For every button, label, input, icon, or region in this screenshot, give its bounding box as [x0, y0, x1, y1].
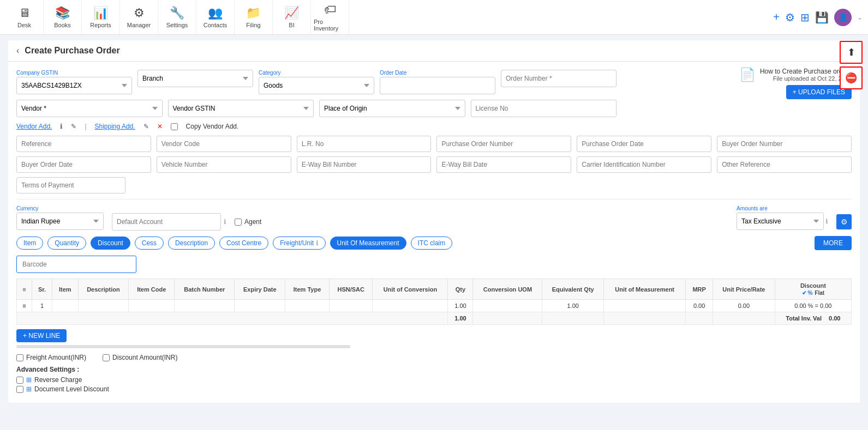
- discount-amount-label[interactable]: Discount Amount(INR): [103, 354, 177, 361]
- nav-item-settings[interactable]: 🔧 Settings: [158, 0, 196, 34]
- cell-conversion-uom[interactable]: [473, 300, 542, 312]
- po-number-input[interactable]: [436, 136, 571, 152]
- freight-amount-checkbox[interactable]: [16, 354, 23, 361]
- grid-button[interactable]: ⊞: [800, 11, 810, 24]
- edit-icon-vendor[interactable]: ✎: [71, 123, 76, 130]
- reference-input[interactable]: [16, 136, 151, 152]
- vendor-gstin-select[interactable]: Vendor GSTIN: [168, 100, 314, 117]
- nav-label-reports: Reports: [90, 22, 111, 28]
- nav-item-pro-inventory[interactable]: 🏷 Pro Inventory: [311, 0, 349, 34]
- cell-item-type[interactable]: [285, 300, 330, 312]
- cell-expiry-date[interactable]: [235, 300, 285, 312]
- place-of-origin-select[interactable]: Place of Origin: [319, 100, 465, 117]
- barcode-input[interactable]: [16, 256, 136, 273]
- buyer-order-number-input[interactable]: [717, 136, 852, 152]
- th-unit-of-conversion: Unit of Conversion: [373, 279, 448, 300]
- tag-unit-of-measurement[interactable]: Unit Of Measurement: [330, 237, 406, 250]
- category-select[interactable]: Goods: [259, 77, 374, 94]
- order-number-input[interactable]: [501, 70, 616, 87]
- discount-amount-checkbox[interactable]: [103, 354, 110, 361]
- lr-no-input[interactable]: [297, 136, 432, 152]
- order-date-group: Order Date 22/10/2021: [380, 70, 495, 94]
- nav-item-desk[interactable]: 🖥 Desk: [5, 0, 44, 34]
- amounts-select[interactable]: Tax Exclusive: [737, 213, 824, 230]
- branch-select[interactable]: Branch: [137, 70, 253, 87]
- new-line-button[interactable]: + NEW LINE: [16, 329, 67, 342]
- add-button[interactable]: +: [773, 11, 780, 23]
- currency-select[interactable]: Indian Rupee: [16, 213, 104, 230]
- carrier-id-input[interactable]: [577, 156, 711, 173]
- th-item: Item: [52, 279, 78, 300]
- stop-corner-button[interactable]: ⛔: [840, 66, 863, 89]
- cell-description[interactable]: [78, 300, 129, 312]
- nav-item-books[interactable]: 📚 Books: [44, 0, 82, 34]
- tag-cess[interactable]: Cess: [135, 237, 164, 250]
- license-no-input[interactable]: [471, 100, 617, 117]
- gear-button[interactable]: ⚙: [785, 11, 795, 24]
- copy-vendor-checkbox[interactable]: [171, 123, 178, 130]
- cell-unit-of-conversion[interactable]: [373, 300, 448, 312]
- cell-item-code[interactable]: [129, 300, 175, 312]
- cell-unit-price-rate[interactable]: 0.00: [713, 300, 775, 312]
- nav-item-reports[interactable]: 📊 Reports: [82, 0, 120, 34]
- freight-discount-row: Freight Amount(INR) Discount Amount(INR): [16, 354, 852, 361]
- upload-corner-button[interactable]: ⬆: [840, 41, 863, 64]
- close-icon-shipping[interactable]: ✕: [157, 123, 163, 130]
- vendor-select[interactable]: Vendor *: [16, 100, 163, 117]
- advanced-settings-title: Advanced Settings :: [16, 366, 852, 373]
- cell-batch-number[interactable]: [175, 300, 235, 312]
- back-button[interactable]: ‹: [16, 46, 19, 56]
- nav-item-contacts[interactable]: 👥 Contacts: [196, 0, 235, 34]
- tag-itc-claim[interactable]: ITC claim: [411, 237, 453, 250]
- tag-description[interactable]: Description: [168, 237, 215, 250]
- th-sr: Sr.: [32, 279, 52, 300]
- other-ref-input[interactable]: [717, 156, 852, 173]
- avatar[interactable]: 👤: [834, 9, 852, 26]
- cell-qty[interactable]: 1.00: [448, 300, 473, 312]
- terms-of-payment-input[interactable]: [16, 177, 125, 193]
- freight-amount-label[interactable]: Freight Amount(INR): [16, 354, 86, 361]
- tag-discount[interactable]: Discount: [91, 237, 130, 250]
- info-icon-amounts: ℹ: [825, 217, 828, 225]
- company-gstin-select[interactable]: 35AABCS1429B1ZX: [16, 77, 132, 94]
- nav-item-filing[interactable]: 📁 Filing: [235, 0, 273, 34]
- discount-flat-toggle[interactable]: Flat: [815, 290, 824, 296]
- buyer-order-date-input[interactable]: [16, 156, 151, 173]
- address-divider: |: [85, 123, 86, 130]
- tag-cost-centre[interactable]: Cost Centre: [219, 237, 268, 250]
- shipping-add-link[interactable]: Shipping Add.: [95, 123, 135, 130]
- more-button[interactable]: MORE: [815, 236, 852, 250]
- vendor-code-input[interactable]: [157, 136, 291, 152]
- cell-menu: ≡: [17, 300, 32, 312]
- cell-unit-of-measurement[interactable]: [603, 300, 685, 312]
- eway-bill-number-input[interactable]: [297, 156, 432, 173]
- nav-item-bi[interactable]: 📈 BI: [273, 0, 311, 34]
- po-date-input[interactable]: [577, 136, 711, 152]
- tag-freight-unit[interactable]: Freight/Unit ℹ: [273, 237, 325, 250]
- tag-item[interactable]: Item: [16, 237, 43, 250]
- th-equivalent-qty: Equivalent Qty: [542, 279, 603, 300]
- default-account-input[interactable]: [112, 213, 221, 231]
- nav-label-filing: Filing: [246, 22, 260, 28]
- cell-sr: 1: [32, 300, 52, 312]
- save-button[interactable]: 💾: [815, 11, 829, 24]
- eway-bill-date-input[interactable]: [436, 156, 571, 173]
- nav-item-manager[interactable]: ⚙ Manager: [120, 0, 158, 34]
- tag-quantity[interactable]: Quantity: [47, 237, 86, 250]
- cell-equivalent-qty[interactable]: 1.00: [542, 300, 603, 312]
- file-upload-icon: 📄: [739, 67, 756, 82]
- cell-mrp[interactable]: 0.00: [686, 300, 713, 312]
- order-date-input[interactable]: 22/10/2021: [380, 77, 495, 94]
- vehicle-number-input[interactable]: [157, 156, 291, 173]
- discount-percent-toggle[interactable]: ✔ %: [802, 290, 813, 296]
- cell-discount[interactable]: 0.00 % = 0.00: [775, 300, 851, 312]
- cell-item[interactable]: [52, 300, 78, 312]
- edit-icon-shipping[interactable]: ✎: [143, 123, 149, 130]
- reverse-charge-checkbox[interactable]: [16, 377, 23, 384]
- page-header: ‹ Create Purchase Order: [8, 40, 860, 62]
- vendor-add-link[interactable]: Vendor Add.: [16, 123, 52, 130]
- cell-hsn-sac[interactable]: [329, 300, 373, 312]
- agent-checkbox[interactable]: [235, 219, 242, 226]
- document-level-discount-checkbox[interactable]: [16, 386, 23, 393]
- gear-float-button[interactable]: ⚙: [836, 214, 852, 229]
